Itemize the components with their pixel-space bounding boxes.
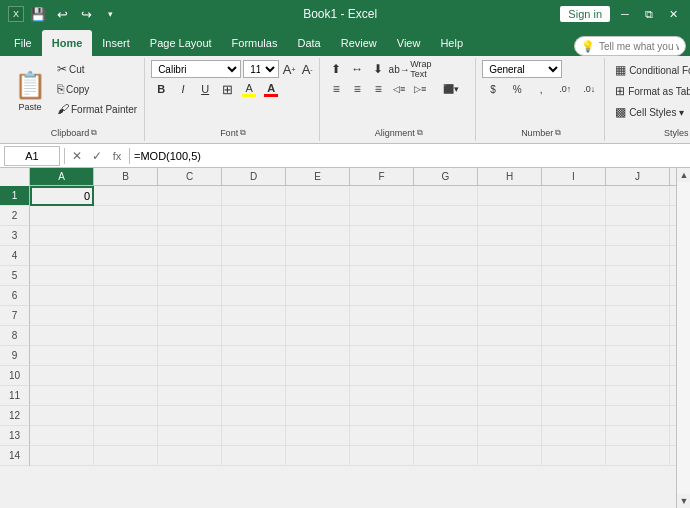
tab-insert[interactable]: Insert: [92, 30, 140, 56]
cell-J13[interactable]: [606, 426, 670, 446]
redo-quick-btn[interactable]: ↪: [76, 4, 96, 24]
border-button[interactable]: ⊞: [217, 80, 237, 98]
comma-btn[interactable]: ,: [530, 80, 552, 98]
cell-B7[interactable]: [94, 306, 158, 326]
paste-button[interactable]: 📋 Paste: [8, 60, 52, 122]
minimize-button[interactable]: ─: [616, 5, 634, 23]
cell-C12[interactable]: [158, 406, 222, 426]
cell-F2[interactable]: [350, 206, 414, 226]
cell-A8[interactable]: [30, 326, 94, 346]
cell-B11[interactable]: [94, 386, 158, 406]
cell-C13[interactable]: [158, 426, 222, 446]
cell-C14[interactable]: [158, 446, 222, 466]
number-expander[interactable]: ⧉: [555, 128, 561, 138]
formula-input[interactable]: [134, 150, 686, 162]
cell-I4[interactable]: [542, 246, 606, 266]
cell-D9[interactable]: [222, 346, 286, 366]
tab-view[interactable]: View: [387, 30, 431, 56]
cell-E3[interactable]: [286, 226, 350, 246]
bold-button[interactable]: B: [151, 80, 171, 98]
row-num-12[interactable]: 12: [0, 406, 30, 426]
font-name-select[interactable]: Calibri: [151, 60, 241, 78]
cell-B3[interactable]: [94, 226, 158, 246]
cell-B12[interactable]: [94, 406, 158, 426]
cell-J8[interactable]: [606, 326, 670, 346]
cell-J12[interactable]: [606, 406, 670, 426]
cell-C2[interactable]: [158, 206, 222, 226]
cell-F3[interactable]: [350, 226, 414, 246]
cell-C10[interactable]: [158, 366, 222, 386]
fill-color-button[interactable]: A: [239, 80, 259, 98]
cell-B6[interactable]: [94, 286, 158, 306]
cell-I10[interactable]: [542, 366, 606, 386]
increase-indent-button[interactable]: ▷≡: [410, 80, 430, 98]
restore-button[interactable]: ⧉: [640, 5, 658, 23]
merge-center-button[interactable]: ⬛▾: [431, 80, 471, 98]
cell-G5[interactable]: [414, 266, 478, 286]
cell-F4[interactable]: [350, 246, 414, 266]
font-color-button[interactable]: A: [261, 80, 281, 98]
increase-decimal-btn[interactable]: .0↑: [554, 80, 576, 98]
cell-I14[interactable]: [542, 446, 606, 466]
col-header-G[interactable]: G: [414, 168, 478, 185]
confirm-formula-icon[interactable]: ✓: [89, 148, 105, 164]
font-size-select[interactable]: 11: [243, 60, 279, 78]
cell-G2[interactable]: [414, 206, 478, 226]
insert-function-icon[interactable]: fx: [109, 148, 125, 164]
align-left-button[interactable]: ≡: [326, 80, 346, 98]
cell-H1[interactable]: [478, 186, 542, 206]
decrease-decimal-btn[interactable]: .0↓: [578, 80, 600, 98]
decrease-font-button[interactable]: A-: [299, 61, 315, 77]
decrease-indent-button[interactable]: ◁≡: [389, 80, 409, 98]
cell-D13[interactable]: [222, 426, 286, 446]
cell-E7[interactable]: [286, 306, 350, 326]
cell-I12[interactable]: [542, 406, 606, 426]
cell-A1[interactable]: 0: [30, 186, 94, 206]
cell-A4[interactable]: [30, 246, 94, 266]
cell-E5[interactable]: [286, 266, 350, 286]
cell-F11[interactable]: [350, 386, 414, 406]
format-as-table-button[interactable]: ⊞ Format as Table ▾: [611, 81, 690, 101]
tab-home[interactable]: Home: [42, 30, 93, 56]
cell-G1[interactable]: [414, 186, 478, 206]
cell-C6[interactable]: [158, 286, 222, 306]
cell-G12[interactable]: [414, 406, 478, 426]
cell-G6[interactable]: [414, 286, 478, 306]
cell-D8[interactable]: [222, 326, 286, 346]
row-num-1[interactable]: 1: [0, 186, 30, 206]
cell-J14[interactable]: [606, 446, 670, 466]
cell-I13[interactable]: [542, 426, 606, 446]
row-num-9[interactable]: 9: [0, 346, 30, 366]
middle-align-button[interactable]: ↔: [347, 60, 367, 78]
row-num-2[interactable]: 2: [0, 206, 30, 226]
row-num-5[interactable]: 5: [0, 266, 30, 286]
italic-button[interactable]: I: [173, 80, 193, 98]
cell-G10[interactable]: [414, 366, 478, 386]
cell-J7[interactable]: [606, 306, 670, 326]
col-header-B[interactable]: B: [94, 168, 158, 185]
row-num-8[interactable]: 8: [0, 326, 30, 346]
cell-I5[interactable]: [542, 266, 606, 286]
cell-G9[interactable]: [414, 346, 478, 366]
cell-C7[interactable]: [158, 306, 222, 326]
cell-F13[interactable]: [350, 426, 414, 446]
cell-F7[interactable]: [350, 306, 414, 326]
cell-F6[interactable]: [350, 286, 414, 306]
cell-C11[interactable]: [158, 386, 222, 406]
cell-F10[interactable]: [350, 366, 414, 386]
row-num-7[interactable]: 7: [0, 306, 30, 326]
cell-A9[interactable]: [30, 346, 94, 366]
cell-F1[interactable]: [350, 186, 414, 206]
cell-A12[interactable]: [30, 406, 94, 426]
cell-E10[interactable]: [286, 366, 350, 386]
col-header-H[interactable]: H: [478, 168, 542, 185]
cell-D1[interactable]: [222, 186, 286, 206]
cell-I6[interactable]: [542, 286, 606, 306]
cell-J6[interactable]: [606, 286, 670, 306]
cell-F12[interactable]: [350, 406, 414, 426]
cell-J3[interactable]: [606, 226, 670, 246]
cell-H12[interactable]: [478, 406, 542, 426]
cell-A6[interactable]: [30, 286, 94, 306]
cell-H10[interactable]: [478, 366, 542, 386]
tell-me-box[interactable]: 💡: [574, 36, 686, 56]
